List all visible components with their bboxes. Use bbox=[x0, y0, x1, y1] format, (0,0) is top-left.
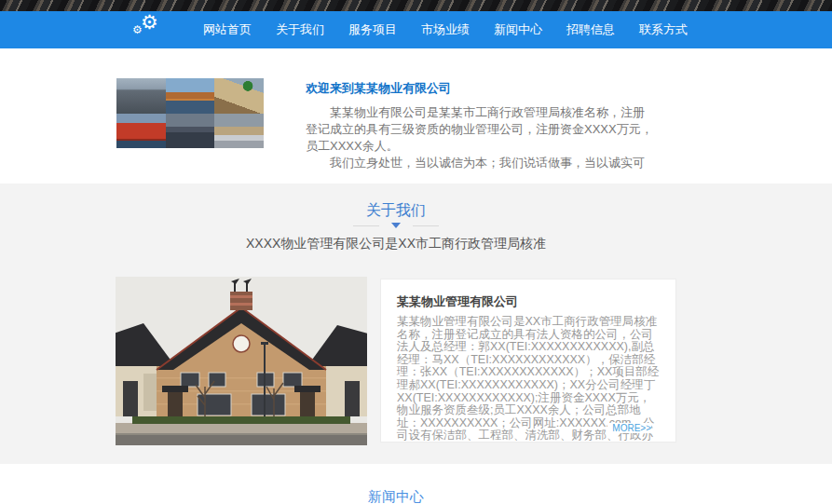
news-section: 新闻中心 bbox=[0, 464, 832, 504]
welcome-collage-image bbox=[116, 78, 264, 148]
nav-item-contact[interactable]: 联系方式 bbox=[639, 21, 688, 38]
about-heading: 关于我们 bbox=[0, 201, 792, 221]
collage-photo-skyline bbox=[116, 78, 166, 114]
about-subtitle: XXXX物业管理有限公司是XX市工商行政管理局核准 bbox=[0, 236, 792, 252]
gear-icon: ⚙ bbox=[141, 12, 158, 32]
collage-photo-red-ship bbox=[116, 114, 166, 149]
nav-item-recruit[interactable]: 招聘信息 bbox=[566, 21, 615, 38]
collage-photo-dock-dusk bbox=[166, 114, 215, 149]
nav-item-services[interactable]: 服务项目 bbox=[348, 21, 397, 38]
divider-line-left bbox=[353, 225, 379, 226]
gear-small-icon: ⚙ bbox=[132, 24, 143, 35]
company-info-card: 某某物业管理有限公司 某某物业管理有限公司是XX市工商行政管理局核准名称，注册登… bbox=[380, 279, 676, 443]
news-heading: 新闻中心 bbox=[0, 488, 792, 504]
welcome-text-block: 欢迎来到某某物业有限公司 某某物业有限公司是某某市工商行政管理局核准名称，注册登… bbox=[306, 80, 654, 169]
collage-photo-installers bbox=[214, 114, 264, 149]
nav-item-home[interactable]: 网站首页 bbox=[203, 21, 252, 38]
collage-photo-port-cranes bbox=[166, 78, 215, 114]
house-photo bbox=[116, 277, 367, 445]
collage-photo-worker bbox=[214, 78, 264, 114]
welcome-section: 欢迎来到某某物业有限公司 某某物业有限公司是某某市工商行政管理局核准名称，注册登… bbox=[0, 48, 832, 184]
divider-line-right bbox=[413, 225, 439, 226]
nav-item-about[interactable]: 关于我们 bbox=[276, 21, 324, 38]
nav-item-market[interactable]: 市场业绩 bbox=[421, 21, 470, 38]
welcome-paragraph-1: 某某物业有限公司是某某市工商行政管理局核准名称，注册登记成立的具有三级资质的物业… bbox=[306, 104, 654, 155]
more-link[interactable]: MORE>> bbox=[607, 423, 651, 433]
nav-item-news[interactable]: 新闻中心 bbox=[494, 21, 542, 38]
about-section: 关于我们 XXXX物业管理有限公司是XX市工商行政管理局核准 bbox=[0, 184, 832, 464]
nav-menu: 网站首页 关于我们 服务项目 市场业绩 新闻中心 招聘信息 联系方式 bbox=[203, 11, 688, 48]
triangle-down-icon bbox=[391, 223, 401, 228]
welcome-paragraph-2: 我们立身处世，当以诚信为本；我们说话做事，当以诚实可靠，诚信是我们做人的基本原则… bbox=[306, 155, 654, 169]
main-nav: ⚙ ⚙ 网站首页 关于我们 服务项目 市场业绩 新闻中心 招聘信息 联系方式 bbox=[0, 11, 832, 48]
section-divider bbox=[0, 223, 792, 228]
top-banner-image bbox=[0, 0, 832, 11]
company-card-title: 某某物业管理有限公司 bbox=[397, 293, 660, 310]
site-logo[interactable]: ⚙ ⚙ bbox=[132, 12, 164, 48]
welcome-title: 欢迎来到某某物业有限公司 bbox=[306, 80, 654, 97]
